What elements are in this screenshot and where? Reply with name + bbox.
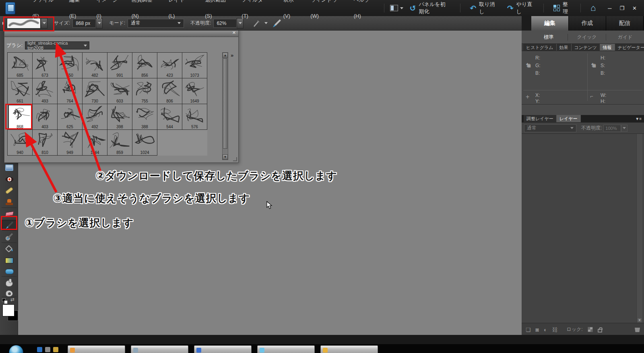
arrange-windows-button[interactable] <box>388 3 406 13</box>
clone-stamp-tool[interactable] <box>3 197 15 207</box>
brush-thumbnail-576[interactable]: 576 <box>182 104 207 130</box>
panel-tab-1[interactable]: 効果 <box>557 44 572 51</box>
brush-thumbnail-755[interactable]: 755 <box>132 78 157 104</box>
taskbar-button-4[interactable] <box>320 345 378 353</box>
brush-thumbnail-868[interactable]: 868 <box>8 104 33 130</box>
brush-thumbnail-550[interactable]: 550 <box>58 53 83 78</box>
brush-thumbnail-1073[interactable]: 1073 <box>182 53 207 78</box>
quick-launch-icon[interactable] <box>45 347 50 352</box>
brush-thumbnail-810[interactable]: 810 <box>33 130 58 156</box>
foreground-color-swatch[interactable] <box>2 304 14 316</box>
brush-thumbnail-730[interactable]: 730 <box>83 78 107 104</box>
link-layers-icon[interactable]: ⛓ <box>552 326 558 333</box>
brush-thumbnail-625[interactable]: 625 <box>58 104 83 130</box>
menu-item-2[interactable]: イメージ(I) <box>91 0 126 24</box>
brush-thumbnail-685[interactable]: 685 <box>8 53 33 78</box>
taskbar-button-1[interactable] <box>131 345 188 353</box>
scrollbar-thumb[interactable] <box>223 58 227 149</box>
close-icon[interactable]: ✕ <box>232 30 236 35</box>
brush-thumbnail-544[interactable]: 544 <box>157 104 182 130</box>
mode-tab-0[interactable]: 標準 <box>530 34 568 41</box>
brush-thumbnail-764[interactable]: 764 <box>58 78 83 104</box>
brush-thumbnail-493[interactable]: 493 <box>33 78 58 104</box>
home-button[interactable]: ⌂ <box>586 4 600 12</box>
brush-thumbnail-806[interactable]: 806 <box>157 78 182 104</box>
brush-thumbnail-398[interactable]: 398 <box>107 104 132 130</box>
smudge-tool[interactable] <box>3 278 15 289</box>
brush-thumbnail-482[interactable]: 482 <box>83 53 107 78</box>
organizer-button[interactable]: 整理 <box>549 1 575 15</box>
scroll-down-icon[interactable]: ▼ <box>637 318 642 322</box>
options-collapse-arrow-icon[interactable] <box>2 22 4 25</box>
menu-item-9[interactable]: ヘルプ(H) <box>348 0 381 24</box>
brush-thumbnail-1649[interactable]: 1649 <box>182 78 207 104</box>
new-fill-layer-icon[interactable]: ◙ <box>536 326 539 333</box>
panel-resize-grip[interactable] <box>233 157 237 161</box>
default-colors-icon[interactable] <box>2 298 7 303</box>
restore-button[interactable]: ❐ <box>619 5 624 11</box>
start-button[interactable] <box>9 345 23 353</box>
brush-thumbnail-673[interactable]: 673 <box>33 53 58 78</box>
panel-tab-4[interactable]: ナビゲーター <box>615 44 644 51</box>
menu-item-4[interactable]: レイヤー(L) <box>163 0 200 24</box>
panel-tab-0[interactable]: ヒストグラム <box>523 44 557 51</box>
layers-scrollbar[interactable]: ▼ <box>636 134 642 323</box>
brush-preset-select[interactable]: light_streaks-comica ton2008 <box>25 41 89 49</box>
brush-thumbnail-603[interactable]: 603 <box>107 78 132 104</box>
main-tab-0[interactable]: 編集 <box>531 16 569 31</box>
panel-expand-icon[interactable]: » <box>231 52 233 58</box>
brush-thumbnail-940[interactable]: 940 <box>8 130 33 156</box>
smart-brush-tool[interactable] <box>3 232 15 242</box>
brush-thumbnail-949[interactable]: 949 <box>58 130 83 156</box>
undo-button[interactable]: ↶ 取り消し <box>466 1 500 15</box>
paint-bucket-tool[interactable] <box>3 244 15 254</box>
brush-thumbnail-1024[interactable]: 1024 <box>132 130 157 156</box>
delete-layer-icon[interactable] <box>635 327 640 332</box>
panel-menu-icon[interactable]: ▼≡ <box>635 117 642 121</box>
brush-thumbnail-492[interactable]: 492 <box>83 104 107 130</box>
scroll-down-icon[interactable]: ▼ <box>223 154 228 160</box>
blend-mode-select[interactable]: 通常 <box>524 124 576 132</box>
layers-tab-0[interactable]: 調整レイヤー <box>524 115 557 122</box>
mode-tab-2[interactable]: ガイド <box>606 34 644 41</box>
menu-item-5[interactable]: 選択範囲(S) <box>199 0 236 24</box>
brush-grid-scrollbar[interactable]: ▲ ▼ <box>222 52 228 160</box>
brush-thumbnail-859[interactable]: 859 <box>107 130 132 156</box>
reset-panels-button[interactable]: ↺ パネルを初期化 <box>406 1 454 15</box>
brush-thumbnail-991[interactable]: 991 <box>107 53 132 78</box>
lock-all-icon[interactable] <box>598 329 602 332</box>
main-tab-2[interactable]: 配信 <box>606 16 644 31</box>
redo-button[interactable]: ↷ やり直し <box>503 1 538 15</box>
main-tab-1[interactable]: 作成 <box>569 16 606 31</box>
menu-item-7[interactable]: 表示(V) <box>278 0 305 24</box>
menu-item-3[interactable]: 画質調整(N) <box>126 0 163 24</box>
layers-list[interactable]: ▼ <box>522 134 644 323</box>
minimize-button[interactable]: ─ <box>608 5 611 11</box>
layers-tab-1[interactable]: レイヤー <box>557 115 581 122</box>
new-layer-icon[interactable]: ❏ <box>526 326 531 333</box>
brush-thumbnail-661[interactable]: 661 <box>8 78 33 104</box>
brush-thumbnail-1144[interactable]: 1144 <box>83 130 107 156</box>
brush-thumbnail-388[interactable]: 388 <box>132 104 157 130</box>
shape-tool[interactable] <box>3 266 15 277</box>
swap-colors-icon[interactable]: ⇄ <box>10 297 14 302</box>
menu-item-0[interactable]: ファイル(F) <box>27 0 64 24</box>
scroll-up-icon[interactable]: ▲ <box>223 53 228 58</box>
taskbar-button-2[interactable] <box>194 345 252 353</box>
cookie-cutter-tool[interactable] <box>3 162 15 173</box>
quick-launch-icon[interactable] <box>53 347 58 352</box>
brush-thumbnail-403[interactable]: 403 <box>33 104 58 130</box>
quick-launch-icon[interactable] <box>37 347 42 352</box>
taskbar-button-3[interactable] <box>257 345 315 353</box>
brush-thumbnail-423[interactable]: 423 <box>157 53 182 78</box>
spot-healing-brush-tool[interactable] <box>3 185 15 196</box>
menu-item-8[interactable]: ウィンドウ(W) <box>305 0 348 24</box>
brush-tool[interactable] <box>2 220 17 230</box>
adjustment-layer-icon[interactable]: ◐ <box>544 326 547 333</box>
mode-tab-1[interactable]: クイック <box>568 34 606 41</box>
brush-thumbnail-856[interactable]: 856 <box>132 53 157 78</box>
panel-tab-3[interactable]: 情報 <box>600 44 615 51</box>
close-button[interactable]: ✕ <box>632 5 637 11</box>
taskbar-button-0[interactable] <box>68 345 125 353</box>
menu-item-1[interactable]: 編集(E) <box>64 0 91 24</box>
